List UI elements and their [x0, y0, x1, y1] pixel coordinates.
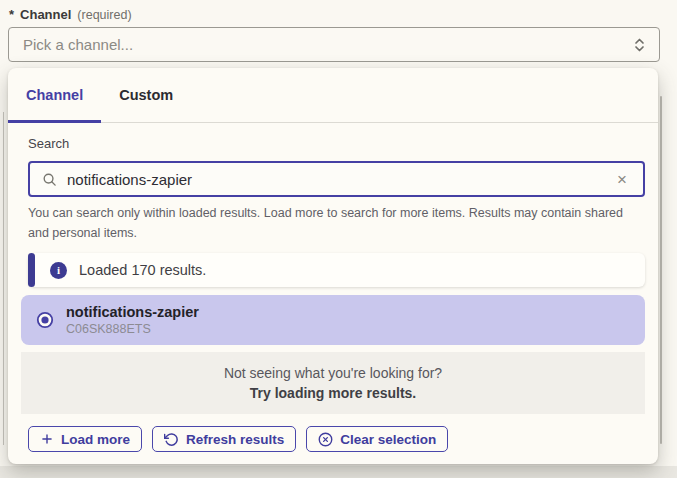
- search-input[interactable]: [67, 171, 613, 188]
- channel-dropdown-panel: Channel Custom Search × You can search o…: [8, 68, 658, 464]
- result-title: notifications-zapier: [66, 304, 199, 320]
- radio-selected-icon: [36, 311, 54, 329]
- info-icon: i: [50, 262, 67, 279]
- search-icon: [42, 172, 57, 187]
- hint-line-2: Try loading more results.: [250, 385, 417, 401]
- chevron-updown-icon: [634, 36, 645, 54]
- refresh-results-button[interactable]: Refresh results: [152, 426, 296, 452]
- hint-line-1: Not seeing what you're looking for?: [224, 365, 442, 381]
- search-label: Search: [28, 136, 645, 154]
- background-field-border: [3, 112, 4, 445]
- scrollbar[interactable]: [660, 96, 662, 444]
- info-banner-accent-bar: [28, 253, 35, 287]
- load-more-hint: Not seeing what you're looking for? Try …: [21, 352, 645, 414]
- clear-search-icon[interactable]: ×: [613, 169, 631, 190]
- result-item-notifications-zapier[interactable]: notifications-zapier C06SK888ETS: [21, 295, 645, 345]
- plus-icon: [40, 432, 54, 446]
- info-banner-message: Loaded 170 results.: [79, 262, 206, 278]
- load-more-button[interactable]: Load more: [28, 426, 142, 452]
- select-placeholder: Pick a channel...: [23, 36, 634, 53]
- info-banner: i Loaded 170 results.: [28, 253, 645, 287]
- result-code: C06SK888ETS: [66, 322, 199, 336]
- tab-channel-label: Channel: [26, 87, 83, 103]
- search-box: ×: [28, 161, 645, 197]
- tabs-row: Channel Custom: [8, 68, 658, 123]
- refresh-results-label: Refresh results: [186, 432, 284, 447]
- actions-row: Load more Refresh results: [8, 426, 658, 452]
- background-strip: [0, 466, 677, 478]
- required-note: (required): [77, 8, 131, 22]
- channel-field-label-row: * Channel (required): [9, 7, 132, 22]
- field-label: Channel: [20, 7, 71, 22]
- search-help-text: You can search only within loaded result…: [28, 203, 645, 243]
- result-text: notifications-zapier C06SK888ETS: [66, 304, 199, 336]
- refresh-icon: [164, 432, 179, 447]
- tab-channel[interactable]: Channel: [8, 68, 101, 122]
- channel-select[interactable]: Pick a channel...: [8, 27, 660, 62]
- x-circle-icon: [318, 432, 333, 447]
- screen: * Channel (required) Pick a channel... C…: [0, 0, 677, 478]
- clear-selection-button[interactable]: Clear selection: [306, 426, 448, 452]
- tab-custom-label: Custom: [119, 87, 173, 103]
- clear-selection-label: Clear selection: [340, 432, 436, 447]
- required-marker: *: [9, 7, 14, 22]
- tab-custom[interactable]: Custom: [101, 68, 191, 122]
- load-more-label: Load more: [61, 432, 130, 447]
